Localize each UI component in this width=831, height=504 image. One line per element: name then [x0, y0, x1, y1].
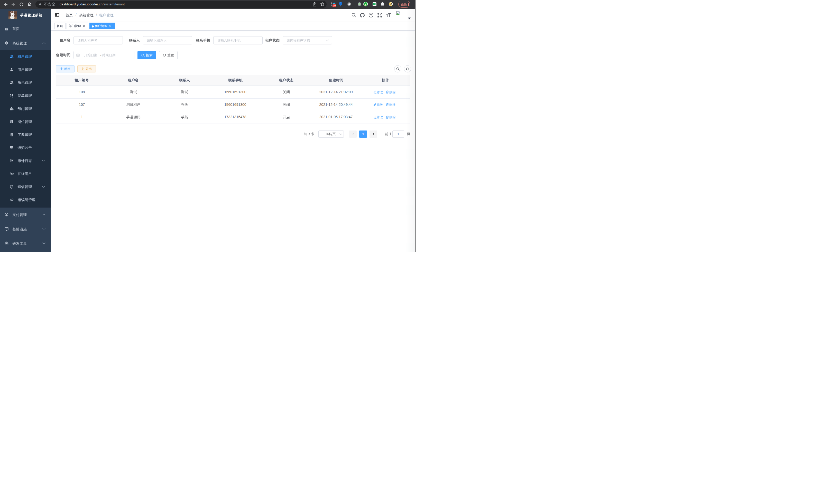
svg-text:y: y — [365, 3, 366, 6]
